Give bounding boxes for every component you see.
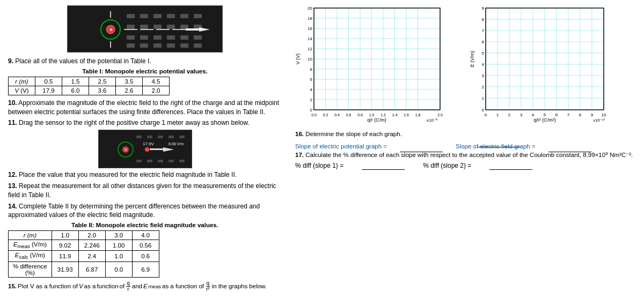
svg-rect-31 <box>153 43 162 48</box>
table2-ecalc-2: 2.4 <box>78 251 105 261</box>
question-10: 10. Approximate the magnitude of the ele… <box>8 99 282 117</box>
svg-text:x10⁻¹⁰: x10⁻¹⁰ <box>593 118 605 123</box>
svg-rect-27 <box>180 35 188 40</box>
table2-pct-label: % difference(%) <box>9 261 52 277</box>
svg-text:1.4: 1.4 <box>392 113 398 117</box>
svg-rect-51 <box>136 160 142 162</box>
graph2-container: 0 1 2 3 4 5 6 7 8 9 0 1 2 3 4 <box>470 5 639 125</box>
svg-rect-19 <box>153 25 162 29</box>
table2-pct-3: 0.0 <box>105 261 132 277</box>
svg-text:0.0: 0.0 <box>311 113 317 117</box>
svg-text:4: 4 <box>532 113 535 117</box>
experiment-image-top: + <box>67 5 223 53</box>
svg-rect-26 <box>167 35 175 40</box>
table2-col3: 3.0 <box>105 231 132 240</box>
svg-rect-53 <box>158 160 163 162</box>
svg-text:8: 8 <box>482 17 485 22</box>
svg-text:10: 10 <box>602 113 606 117</box>
svg-text:8: 8 <box>579 113 582 117</box>
table2-emeas-3: 1.00 <box>105 240 132 251</box>
svg-rect-34 <box>194 43 202 48</box>
function-text: function <box>97 283 118 289</box>
table1-col2: 1.5 <box>62 77 89 86</box>
table1-col4: 3.5 <box>116 77 143 86</box>
svg-text:V (V): V (V) <box>295 54 301 65</box>
svg-rect-48 <box>158 136 163 138</box>
table2-ecalc-1: 11.9 <box>52 251 78 261</box>
svg-rect-55 <box>179 160 185 162</box>
table2-pct-4: 6.9 <box>132 261 159 277</box>
svg-text:8: 8 <box>310 67 313 72</box>
svg-text:E (V/m): E (V/m) <box>470 51 475 68</box>
table2-emeas-2: 2.246 <box>78 240 105 251</box>
svg-text:q/r (C/m): q/r (C/m) <box>367 117 386 123</box>
svg-text:0: 0 <box>310 108 313 113</box>
svg-text:6: 6 <box>310 77 313 82</box>
svg-text:0.8: 0.8 <box>357 113 363 117</box>
table2-col1: 1.0 <box>52 231 78 240</box>
svg-text:2: 2 <box>482 85 485 89</box>
table1-col1: 0.5 <box>35 77 62 86</box>
svg-text:0: 0 <box>482 108 485 113</box>
table2-pct-1: 31.93 <box>52 261 78 277</box>
question-15: 15. Plot V as a function of V as a funct… <box>8 281 282 292</box>
svg-rect-20 <box>167 25 175 29</box>
svg-rect-52 <box>147 160 152 162</box>
svg-rect-54 <box>169 160 174 162</box>
svg-rect-25 <box>153 35 162 40</box>
svg-text:2: 2 <box>310 98 313 102</box>
slope-section: 16. Determine the slope of each graph. S… <box>295 129 639 147</box>
svg-text:7: 7 <box>567 113 570 117</box>
table2-r-header: r (m) <box>9 231 52 240</box>
table1-title: Table I: Monopole electric potential val… <box>8 68 282 74</box>
graph1-container: 0 2 4 6 8 10 12 14 16 18 20 0.0 0.2 0.4 <box>295 5 464 125</box>
svg-text:20: 20 <box>308 6 312 11</box>
svg-rect-13 <box>153 14 162 18</box>
svg-rect-50 <box>179 136 185 138</box>
svg-rect-21 <box>180 25 188 29</box>
question-11: 11. Drag the sensor to the right of the … <box>8 118 282 128</box>
table2-pct-2: 6.87 <box>78 261 105 277</box>
svg-text:0.2: 0.2 <box>323 113 328 117</box>
graph2-svg: 0 1 2 3 4 5 6 7 8 9 0 1 2 3 4 <box>470 5 609 123</box>
svg-rect-42 <box>150 148 163 150</box>
table2-emeas-label: Emeas (V/m) <box>9 240 52 251</box>
svg-rect-49 <box>169 136 174 138</box>
svg-text:5: 5 <box>544 113 546 117</box>
svg-rect-18 <box>140 25 148 29</box>
svg-rect-15 <box>180 14 188 18</box>
svg-text:0.6: 0.6 <box>346 113 352 117</box>
svg-text:5: 5 <box>482 51 485 56</box>
table1-v5: 2.0 <box>143 86 170 95</box>
table2-emeas-1: 9.02 <box>52 240 78 251</box>
question-14: 14. Complete Table II by determining the… <box>8 202 282 220</box>
pct-diff-1-label: % diff (slope 1) = <box>295 162 343 170</box>
svg-rect-12 <box>140 14 148 18</box>
svg-text:16: 16 <box>308 26 312 31</box>
svg-text:1.0: 1.0 <box>369 113 375 117</box>
svg-rect-28 <box>194 35 202 40</box>
svg-point-43 <box>145 147 149 152</box>
svg-text:4: 4 <box>482 62 485 67</box>
svg-text:8.08 V/m: 8.08 V/m <box>169 142 184 146</box>
svg-text:6: 6 <box>555 113 558 117</box>
table1-v2: 6.0 <box>62 86 89 95</box>
table1-r-header: r (m) <box>9 77 35 86</box>
svg-text:14: 14 <box>308 36 312 41</box>
percent-diff-line: % diff (slope 1) = % diff (slope 2) = <box>295 162 639 170</box>
svg-rect-32 <box>167 43 175 48</box>
table1-col3: 2.5 <box>89 77 116 86</box>
svg-text:1: 1 <box>482 96 485 101</box>
svg-rect-46 <box>136 136 142 138</box>
svg-text:3: 3 <box>482 73 485 78</box>
svg-rect-24 <box>140 35 148 40</box>
svg-text:+: + <box>109 27 113 33</box>
table1-v-label: V (V) <box>9 86 35 95</box>
pct-diff-2-value <box>489 162 532 170</box>
table2: r (m) 1.0 2.0 3.0 4.0 Emeas (V/m) 9.02 2… <box>8 230 159 278</box>
svg-text:1.2: 1.2 <box>380 113 386 117</box>
svg-text:10: 10 <box>308 57 312 62</box>
svg-rect-36 <box>186 28 199 31</box>
table2-emeas-4: 0.56 <box>132 240 159 251</box>
svg-text:1.6: 1.6 <box>404 113 409 117</box>
